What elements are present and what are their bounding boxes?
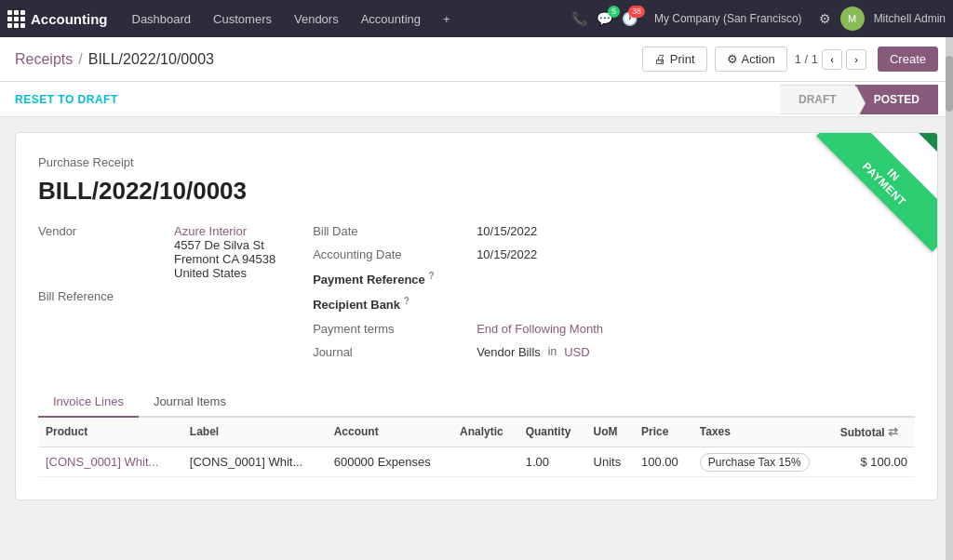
doc-fields-right: Bill Date 10/15/2022 Accounting Date 10/… [313, 224, 611, 368]
phone-icon[interactable]: 📞 [571, 11, 587, 26]
recipient-bank-row: Recipient Bank ? [313, 296, 611, 312]
cell-price: 100.00 [634, 447, 692, 476]
journal-label: Journal [313, 345, 462, 359]
th-quantity: Quantity [518, 418, 586, 447]
payment-terms-label: Payment terms [313, 322, 462, 336]
recipient-bank-help-icon[interactable]: ? [404, 296, 409, 306]
create-button[interactable]: Create [878, 47, 938, 72]
scrollbar[interactable] [946, 37, 953, 560]
bill-date-value[interactable]: 10/15/2022 [476, 224, 537, 238]
product-link[interactable]: [CONS_0001] Whit... [46, 455, 158, 469]
cell-analytic [452, 447, 518, 476]
payment-ref-help-icon[interactable]: ? [428, 271, 434, 281]
nav-plus[interactable]: + [434, 8, 460, 30]
journal-value[interactable]: Vendor Bills [476, 345, 541, 359]
breadcrumb-parent[interactable]: Receipts [15, 51, 73, 68]
payment-terms-value[interactable]: End of Following Month [476, 322, 603, 336]
stage-posted[interactable]: POSTED [855, 85, 938, 114]
next-page-button[interactable]: › [846, 49, 866, 70]
vendor-address-1: 4557 De Silva St [174, 238, 275, 252]
bill-ref-row: Bill Reference [38, 289, 275, 303]
cell-subtotal: $ 100.00 [833, 447, 915, 476]
breadcrumb-actions: 🖨 Print ⚙ Action 1 / 1 ‹ › Create [642, 47, 938, 72]
doc-type: Purchase Receipt [38, 155, 915, 169]
avatar: M [840, 7, 865, 31]
payment-ref-label: Payment Reference ? [313, 271, 462, 287]
table-row: [CONS_0001] Whit... [CONS_0001] Whit... … [38, 447, 915, 476]
doc-fields-left: Vendor Azure Interior 4557 De Silva St F… [38, 224, 275, 368]
vendor-address-2: Fremont CA 94538 [174, 252, 275, 266]
chat-icon[interactable]: 💬5 [597, 11, 612, 26]
payment-ref-row: Payment Reference ? [313, 271, 611, 287]
tabs-bar: Invoice Lines Journal Items [38, 387, 915, 418]
th-uom: UoM [586, 418, 634, 447]
cell-account: 600000 Expenses [327, 447, 452, 476]
ribbon-corner-tr [919, 133, 937, 152]
journal-value-group: Vendor Bills in USD [476, 345, 589, 359]
printer-icon: 🖨 [654, 52, 666, 66]
stage-draft[interactable]: DRAFT [780, 85, 855, 114]
settings-icon[interactable]: ⚙ [819, 11, 831, 26]
journal-row: Journal Vendor Bills in USD [313, 345, 611, 359]
table-settings-icon[interactable]: ⇄ [888, 425, 898, 439]
recipient-bank-label: Recipient Bank ? [313, 296, 462, 312]
main-content: IN PAYMENT Purchase Receipt BILL/2022/10… [0, 117, 953, 560]
accounting-date-value[interactable]: 10/15/2022 [476, 247, 537, 261]
table-header-row: Product Label Account Analytic Quantity … [38, 418, 915, 447]
th-label: Label [182, 418, 327, 447]
accounting-date-row: Accounting Date 10/15/2022 [313, 247, 611, 261]
prev-page-button[interactable]: ‹ [822, 49, 842, 70]
th-product: Product [38, 418, 182, 447]
user-name: Mitchell Admin [874, 12, 946, 25]
cell-label: [CONS_0001] Whit... [182, 447, 327, 476]
print-button[interactable]: 🖨 Print [642, 47, 707, 72]
tab-journal-items[interactable]: Journal Items [139, 387, 241, 418]
top-nav: Accounting Dashboard Customers Vendors A… [0, 0, 953, 37]
vendor-name[interactable]: Azure Interior [174, 224, 247, 238]
gear-icon: ⚙ [727, 52, 738, 66]
th-price: Price [634, 418, 692, 447]
scrollbar-thumb[interactable] [946, 56, 953, 112]
vendor-value: Azure Interior 4557 De Silva St Fremont … [174, 224, 275, 280]
th-taxes: Taxes [692, 418, 833, 447]
breadcrumb-sep: / [78, 51, 82, 68]
grid-icon [7, 10, 25, 28]
bill-date-row: Bill Date 10/15/2022 [313, 224, 611, 238]
nav-dashboard[interactable]: Dashboard [123, 8, 201, 30]
vendor-field-row: Vendor Azure Interior 4557 De Silva St F… [38, 224, 275, 280]
nav-accounting[interactable]: Accounting [352, 8, 430, 30]
bill-ref-label: Bill Reference [38, 289, 150, 303]
breadcrumb-current: BILL/2022/10/0003 [88, 51, 214, 68]
journal-currency[interactable]: USD [564, 345, 589, 359]
ribbon-wrapper: IN PAYMENT [807, 133, 937, 263]
tax-badge: Purchase Tax 15% [700, 453, 810, 472]
doc-fields: Vendor Azure Interior 4557 De Silva St F… [38, 224, 915, 368]
breadcrumb-bar: Receipts / BILL/2022/10/0003 🖨 Print ⚙ A… [0, 37, 953, 82]
th-account: Account [327, 418, 452, 447]
page-info: 1 / 1 [795, 52, 818, 66]
invoice-lines-table: Product Label Account Analytic Quantity … [38, 418, 915, 477]
bill-date-label: Bill Date [313, 224, 462, 238]
document-card: IN PAYMENT Purchase Receipt BILL/2022/10… [15, 132, 938, 500]
action-button[interactable]: ⚙ Action [715, 47, 787, 72]
accounting-date-label: Accounting Date [313, 247, 462, 261]
chat-badge: 5 [608, 6, 620, 18]
clock-icon[interactable]: 🕐38 [622, 11, 638, 26]
app-icon[interactable]: Accounting [7, 10, 115, 28]
app-name: Accounting [31, 11, 108, 27]
cell-product: [CONS_0001] Whit... [38, 447, 182, 476]
doc-title: BILL/2022/10/0003 [38, 177, 915, 206]
tab-invoice-lines[interactable]: Invoice Lines [38, 387, 139, 418]
cell-quantity: 1.00 [518, 447, 586, 476]
stages: DRAFT POSTED [780, 85, 938, 114]
vendor-label: Vendor [38, 224, 159, 238]
journal-in: in [548, 345, 557, 358]
nav-customers[interactable]: Customers [204, 8, 281, 30]
payment-terms-row: Payment terms End of Following Month [313, 322, 611, 336]
th-subtotal: Subtotal ⇄ [833, 418, 915, 447]
nav-vendors[interactable]: Vendors [285, 8, 348, 30]
breadcrumb: Receipts / BILL/2022/10/0003 [15, 51, 642, 68]
cell-uom: Units [586, 447, 634, 476]
reset-to-draft-button[interactable]: RESET TO DRAFT [15, 93, 118, 106]
th-analytic: Analytic [452, 418, 518, 447]
